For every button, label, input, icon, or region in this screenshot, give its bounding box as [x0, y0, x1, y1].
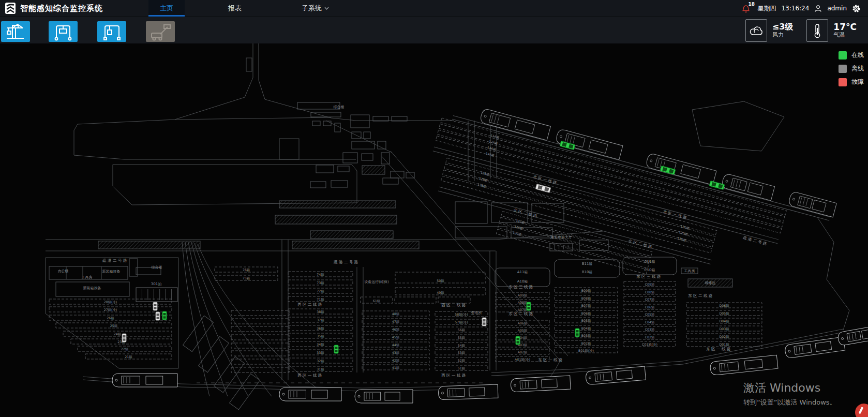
building-outline — [364, 132, 370, 139]
equipment-marker-offline[interactable] — [153, 302, 157, 310]
road-label: 东区三线路 — [636, 274, 662, 279]
yard-block-label: 50箱 — [437, 279, 444, 283]
username-label[interactable]: admin — [827, 5, 847, 12]
tab-subsystems[interactable]: 子系统 — [290, 0, 340, 17]
building-outline — [323, 121, 331, 126]
yard-block-label: 73箱 — [317, 281, 324, 285]
road-label: 北区二线路 — [628, 239, 654, 250]
coastline-path — [175, 117, 331, 120]
quay-crane-button[interactable] — [1, 21, 30, 42]
building-outline — [312, 121, 320, 126]
map-label: 变电所 — [471, 311, 482, 315]
yard-block-label: 36箱 — [317, 326, 324, 331]
map-label: B11箱 — [582, 262, 593, 266]
equipment-marker-online[interactable] — [575, 329, 579, 337]
legend-label: 在线 — [851, 51, 864, 59]
yard-block-label: C06箱 — [645, 305, 655, 309]
coastline-path — [188, 242, 248, 396]
equipment-marker-online[interactable] — [334, 345, 338, 353]
yard-block-label: 22箱 — [121, 347, 128, 351]
yard-block-label: 38箱 — [317, 310, 324, 314]
yard-block-label: C01箱(冷) — [642, 342, 657, 347]
tab-label: 报表 — [228, 1, 242, 16]
quay-crane-icon — [4, 22, 27, 41]
wind-label: 风力 — [772, 32, 794, 39]
yard-block-label: C02箱 — [645, 335, 655, 339]
ship — [710, 355, 778, 375]
equipment-marker-online[interactable] — [516, 336, 520, 345]
yard-block-label: 12C箱 — [514, 225, 523, 231]
settings-gear-icon[interactable] — [852, 4, 861, 13]
building-outline — [316, 165, 334, 173]
yard-block-label: 42箱 — [392, 359, 399, 363]
building-outline — [455, 227, 507, 238]
legend-label: 故障 — [851, 78, 864, 86]
coastline-path — [259, 43, 454, 121]
yard-block-label: A01箱(冷) — [515, 358, 530, 362]
notification-bell-icon[interactable]: 18 — [742, 3, 752, 13]
road-label: 北区二线路 — [513, 207, 539, 219]
yard-block-label: D03箱 — [719, 327, 729, 331]
tab-reports[interactable]: 报表 — [217, 0, 253, 17]
yard-block-label: C04箱 — [645, 320, 655, 324]
yard-block-label: 37箱 — [317, 318, 324, 322]
tab-home[interactable]: 主页 — [148, 0, 185, 17]
yard-block-label: 13B箱 — [477, 182, 487, 188]
map-label: 工具房 — [684, 269, 695, 273]
map-label: 301泊 — [151, 282, 161, 286]
yard-block-label: 11A箱 — [490, 133, 500, 140]
temperature-value: 17°C — [833, 22, 857, 32]
yard-block-label: 72箱 — [317, 289, 324, 293]
yard-block-label: 54箱 — [458, 344, 465, 348]
yard-block-label: B03箱 — [581, 334, 591, 338]
hatched-zone — [310, 231, 393, 239]
equipment-marker-offline[interactable] — [156, 312, 160, 320]
port-map-canvas[interactable]: 28箱(冷)27箱(冷)26箱25箱24箱23箱22箱21箱76箱75箱74箱7… — [0, 43, 868, 417]
navbar-right-cluster: 18 星期四 13:16:24 admin — [742, 0, 861, 17]
yard-block-label: 11B箱 — [480, 170, 490, 176]
yard-block-label: 21箱 — [125, 355, 132, 359]
ship — [438, 384, 498, 400]
rtg-crane-button[interactable] — [49, 21, 78, 42]
rail-block — [230, 374, 260, 410]
road-label: 西区二线路 — [297, 302, 323, 307]
equipment-marker-online[interactable] — [527, 302, 531, 310]
equipment-marker-offline[interactable] — [122, 334, 126, 342]
yard-block-label: 51箱 — [458, 366, 465, 370]
rmg-crane-icon — [100, 22, 123, 41]
user-icon[interactable] — [814, 5, 822, 12]
yard-block-label: 13A箱 — [487, 145, 497, 152]
yard-block-label: 53箱 — [458, 351, 465, 355]
yard-block-label: 26箱 — [107, 316, 114, 320]
app-logo-icon — [5, 3, 16, 14]
road-label: 疏港二号路 — [102, 258, 128, 263]
yard-block — [498, 224, 649, 269]
yard-block-label: A02箱 — [518, 350, 528, 354]
equipment-marker-online[interactable] — [162, 311, 167, 320]
map-label: 新装箱设备 — [102, 269, 121, 274]
equipment-marker-offline[interactable] — [482, 318, 486, 326]
yard-block — [395, 297, 436, 303]
yard-block-label: B06箱 — [581, 311, 591, 316]
road-label: 东区一线路 — [706, 347, 732, 351]
north-pier-group: 11A箱12A箱13A箱14A箱北区一线路北区一线路11B箱12B箱13B箱11… — [416, 98, 836, 317]
yard-block-label: A09箱 — [518, 293, 528, 297]
building-outline — [310, 182, 326, 188]
yard-block-label: A08箱 — [518, 301, 528, 305]
map-label: 办公楼 — [58, 269, 69, 273]
yard-block-label: 12B箱 — [478, 176, 488, 183]
legend-swatch — [839, 51, 847, 59]
yard-block-label: B07箱 — [581, 304, 591, 308]
yard-block — [501, 212, 652, 257]
reach-stacker-button[interactable] — [146, 21, 175, 42]
yard-block — [443, 170, 714, 247]
building-outline — [335, 123, 340, 132]
yard-block-label: 28箱(冷) — [104, 300, 117, 304]
yard-block-label: 33箱 — [317, 351, 324, 355]
rmg-crane-button[interactable] — [97, 21, 126, 42]
yard-block-label: C03箱 — [645, 327, 655, 332]
map-label: C10箱 — [645, 268, 655, 272]
yard-block-label: 41箱 — [392, 366, 399, 370]
yard-block-label: C05箱 — [645, 312, 655, 317]
building-outline — [343, 153, 357, 163]
